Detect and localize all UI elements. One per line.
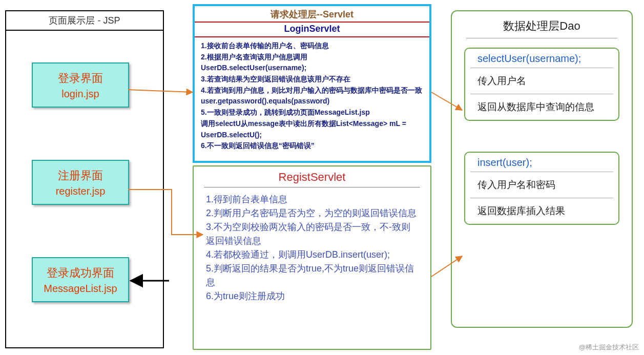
jsp-box-messagelist-en: MessageList.jsp (33, 283, 128, 295)
dao-layer-panel: 数据处理层Dao selectUser(username); 传入用户名 返回从… (451, 10, 633, 328)
watermark: @稀土掘金技术社区 (579, 343, 639, 352)
login-servlet-body: 1.接收前台表单传输的用户名、密码信息 2.根据用户名查询该用户信息调用 Use… (195, 37, 429, 155)
jsp-box-register-cn: 注册界面 (33, 168, 128, 183)
dao-method-selectuser-name: selectUser(username); (470, 49, 613, 68)
regist-servlet-title: RegistServlet (204, 166, 420, 187)
login-step-5: 5.一致则登录成功，跳转到成功页面MessageList.jsp (201, 107, 423, 118)
regist-step-2: 2.判断用户名密码是否为空，为空的则返回错误信息 (206, 206, 418, 220)
dao-insert-in: 传入用户名和密码 (470, 172, 613, 198)
jsp-box-register-en: register.jsp (33, 185, 128, 197)
login-servlet-title: LoginServlet (195, 23, 429, 37)
regist-step-6: 6.为true则注册成功 (206, 289, 418, 303)
login-step-5b: 调用selectU从message表中读出所有数据List<Message> m… (201, 118, 423, 140)
jsp-box-messagelist: 登录成功界面 MessageList.jsp (32, 257, 129, 302)
jsp-box-login-cn: 登录界面 (33, 71, 128, 86)
dao-selectuser-out: 返回从数据库中查询的信息 (470, 94, 613, 120)
dao-method-selectuser: selectUser(username); 传入用户名 返回从数据库中查询的信息 (464, 48, 619, 121)
dao-layer-title: 数据处理层Dao (466, 11, 617, 38)
regist-step-3: 3.不为空则校验两次输入的密码是否一致，不-致则返回错误信息 (206, 220, 418, 248)
dao-method-insert: insert(user); 传入用户名和密码 返回数据库插入结果 (464, 152, 619, 225)
regist-servlet-body: 1.得到前台表单信息 2.判断用户名密码是否为空，为空的则返回错误信息 3.不为… (194, 187, 430, 308)
jsp-box-register: 注册界面 register.jsp (32, 160, 129, 205)
login-step-6: 6.不一致则返回错误信息“密码错误” (201, 140, 423, 152)
login-step-3: 3.若查询结果为空则返回错误信息该用户不存在 (201, 74, 423, 85)
login-servlet-panel: 请求处理层--Servlet LoginServlet 1.接收前台表单传输的用… (193, 4, 431, 163)
jsp-box-messagelist-cn: 登录成功界面 (33, 265, 128, 281)
jsp-box-login: 登录界面 login.jsp (32, 62, 129, 108)
login-step-1: 1.接收前台表单传输的用户名、密码信息 (201, 40, 423, 52)
dao-method-insert-name: insert(user); (470, 153, 613, 172)
jsp-box-login-en: login.jsp (33, 88, 128, 100)
regist-step-1: 1.得到前台表单信息 (206, 193, 418, 206)
dao-insert-out: 返回数据库插入结果 (470, 198, 613, 224)
jsp-layer-panel: 页面展示层 - JSP 登录界面 login.jsp 注册界面 register… (5, 10, 164, 348)
regist-servlet-panel: RegistServlet 1.得到前台表单信息 2.判断用户名密码是否为空，为… (193, 165, 431, 350)
dao-selectuser-in: 传入用户名 (470, 68, 613, 94)
regist-step-5: 5.判断返回的结果是否为true,不为true则返回错误信息 (206, 262, 418, 289)
servlet-layer-title: 请求处理层--Servlet (195, 6, 429, 23)
login-step-2b: UserDB.selectUser(username); (201, 62, 423, 74)
jsp-layer-title: 页面展示层 - JSP (6, 11, 163, 31)
login-step-2: 2.根据用户名查询该用户信息调用 (201, 52, 423, 63)
login-step-4: 4.若查询到用户信息，则比对用户输入的密码与数据库中密码是否一致user.get… (201, 85, 423, 107)
regist-step-4: 4.若都校验通过，则调用UserDB.insert(user); (206, 248, 418, 262)
